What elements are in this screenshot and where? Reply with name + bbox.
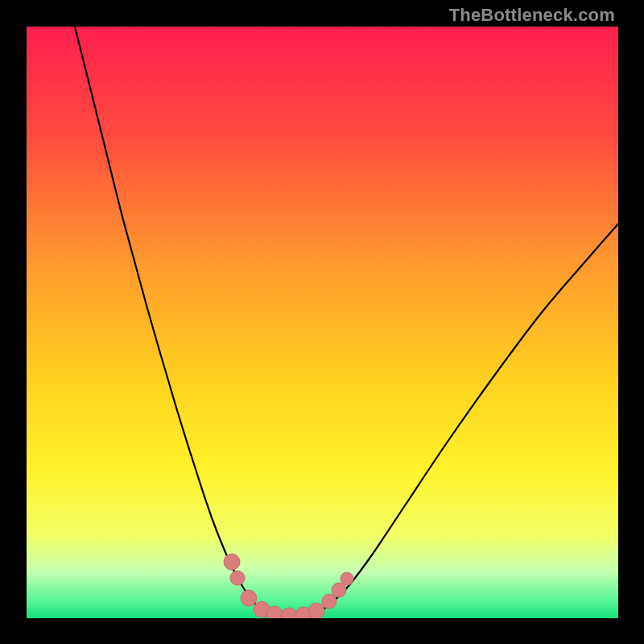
valley-marker [230, 571, 245, 585]
valley-marker [322, 594, 336, 609]
bottleneck-curve [75, 27, 618, 617]
valley-marker [241, 590, 257, 606]
valley-marker [341, 572, 353, 585]
valley-marker [308, 603, 324, 618]
valley-marker [332, 583, 346, 597]
valley-marker [281, 608, 297, 618]
chart-frame: TheBottleneck.com [0, 0, 644, 644]
plot-area [27, 27, 618, 618]
valley-marker [266, 606, 283, 618]
curve-layer [27, 27, 618, 618]
valley-marker [224, 554, 240, 570]
watermark-text: TheBottleneck.com [449, 5, 615, 26]
